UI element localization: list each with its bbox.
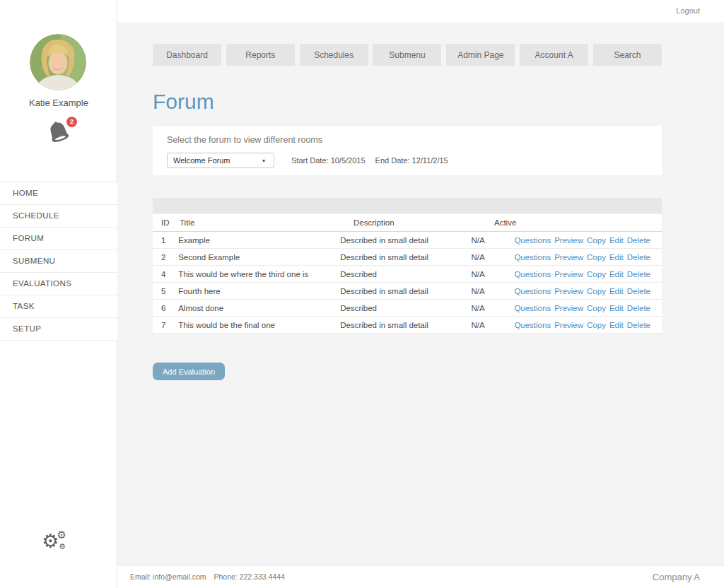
end-date-text: End Date: 12/11/2/15 [375, 156, 448, 165]
table-row: 4 This would be where the third one is D… [153, 266, 662, 283]
nav-button-submenu[interactable]: Submenu [373, 44, 441, 66]
cell-active: N/A [472, 236, 511, 245]
forum-table: ID Title Description Active 1 Example De… [153, 214, 662, 334]
delete-link[interactable]: Delete [627, 321, 650, 329]
add-evaluation-button[interactable]: Add Evaluation [153, 363, 225, 380]
sidebar-item-forum[interactable]: FORUM [0, 227, 117, 249]
cell-active: N/A [472, 287, 511, 295]
delete-link[interactable]: Delete [627, 270, 650, 278]
cell-title: Almost done [178, 304, 340, 312]
logout-link[interactable]: Logout [676, 6, 700, 15]
cell-description: Described in small detail [340, 236, 471, 245]
table-header-row: ID Title Description Active [153, 214, 662, 232]
cell-title: Second Example [178, 253, 340, 261]
table-row: 5 Fourth here Described in small detail … [153, 283, 662, 300]
nav-button-reports[interactable]: Reports [226, 44, 295, 66]
questions-link[interactable]: Questions [514, 236, 551, 245]
delete-link[interactable]: Delete [627, 236, 650, 245]
main-content: Dashboard Reports Schedules Submenu Admi… [117, 23, 724, 565]
edit-link[interactable]: Edit [609, 304, 624, 312]
copy-link[interactable]: Copy [587, 253, 606, 261]
nav-button-admin-page[interactable]: Admin Page [446, 44, 515, 66]
sidebar-item-submenu[interactable]: SUBMENU [0, 249, 117, 272]
preview-link[interactable]: Preview [554, 253, 583, 261]
topbar: Logout [117, 0, 724, 23]
cell-id: 6 [153, 304, 178, 312]
table-row: 6 Almost done Described N/A QuestionsPre… [153, 300, 662, 317]
copy-link[interactable]: Copy [587, 287, 606, 295]
edit-link[interactable]: Edit [609, 270, 624, 278]
nav-button-dashboard[interactable]: Dashboard [153, 44, 221, 66]
page-title: Forum [153, 90, 214, 114]
copy-link[interactable]: Copy [587, 236, 606, 245]
notification-badge: 2 [66, 117, 77, 127]
sidebar-item-schedule[interactable]: SCHEDULE [0, 204, 117, 227]
preview-link[interactable]: Preview [554, 321, 583, 329]
avatar [30, 34, 86, 90]
footer-contact: Email: info@email.com Phone: 222.333.444… [130, 572, 285, 581]
sidebar-item-setup[interactable]: SETUP [0, 317, 117, 341]
questions-link[interactable]: Questions [514, 287, 551, 295]
nav-button-schedules[interactable]: Schedules [300, 44, 368, 66]
header-active: Active [494, 218, 537, 227]
gear-icon-small: ⚙ [57, 529, 66, 541]
cell-id: 7 [153, 321, 178, 329]
cell-description: Described in small detail [340, 321, 471, 329]
nav-button-search[interactable]: Search [593, 44, 662, 66]
questions-link[interactable]: Questions [514, 304, 551, 312]
cell-active: N/A [472, 270, 511, 278]
footer-email: Email: info@email.com [130, 572, 206, 581]
cell-title: Fourth here [178, 287, 340, 295]
footer: Email: info@email.com Phone: 222.333.444… [117, 565, 724, 588]
row-actions: QuestionsPreviewCopyEditDelete [510, 321, 662, 329]
preview-link[interactable]: Preview [554, 270, 583, 278]
header-id: ID [153, 218, 180, 227]
sidebar-item-evaluations[interactable]: EVALUATIONS [0, 272, 117, 295]
cell-description: Described [340, 304, 471, 312]
settings-button[interactable]: ⚙⚙⚙ [0, 529, 117, 557]
cell-active: N/A [472, 304, 511, 312]
avatar-image [30, 34, 86, 90]
top-nav: Dashboard Reports Schedules Submenu Admi… [153, 44, 662, 66]
table-row: 7 This would be the final one Described … [153, 317, 662, 334]
cell-id: 1 [153, 236, 178, 245]
copy-link[interactable]: Copy [587, 321, 606, 329]
questions-link[interactable]: Questions [514, 253, 551, 261]
delete-link[interactable]: Delete [627, 287, 650, 295]
questions-link[interactable]: Questions [514, 270, 551, 278]
cell-description: Described in small detail [340, 253, 471, 261]
copy-link[interactable]: Copy [587, 270, 606, 278]
sidebar-item-home[interactable]: HOME [0, 182, 117, 204]
cell-description: Described [340, 270, 471, 278]
footer-phone: Phone: 222.333.4444 [214, 572, 284, 581]
footer-company: Company A [653, 572, 700, 582]
delete-link[interactable]: Delete [627, 304, 650, 312]
edit-link[interactable]: Edit [609, 253, 624, 261]
cell-description: Described in small detail [340, 287, 471, 295]
questions-link[interactable]: Questions [514, 321, 551, 329]
row-actions: QuestionsPreviewCopyEditDelete [510, 253, 662, 261]
preview-link[interactable]: Preview [554, 236, 583, 245]
cell-active: N/A [472, 321, 511, 329]
edit-link[interactable]: Edit [609, 321, 624, 329]
filter-controls: Welcome Forum ▾ Start Date: 10/5/2015 En… [167, 153, 648, 168]
sidebar-menu: HOME SCHEDULE FORUM SUBMENU EVALUATIONS … [0, 182, 117, 341]
sidebar-item-task[interactable]: TASK [0, 295, 117, 317]
cell-active: N/A [472, 253, 511, 261]
notifications-button[interactable]: 2 [45, 117, 76, 148]
preview-link[interactable]: Preview [554, 304, 583, 312]
start-date-text: Start Date: 10/5/2015 [291, 156, 366, 165]
cell-title: This would be where the third one is [178, 270, 340, 278]
nav-button-account-a[interactable]: Account A [520, 44, 588, 66]
preview-link[interactable]: Preview [554, 287, 583, 295]
edit-link[interactable]: Edit [609, 236, 624, 245]
copy-link[interactable]: Copy [587, 304, 606, 312]
forum-filter-panel: Select the forum to view different rooms… [153, 126, 662, 175]
row-actions: QuestionsPreviewCopyEditDelete [510, 270, 662, 278]
row-actions: QuestionsPreviewCopyEditDelete [510, 287, 662, 295]
edit-link[interactable]: Edit [609, 287, 624, 295]
forum-dropdown[interactable]: Welcome Forum ▾ [167, 153, 274, 168]
cell-id: 4 [153, 270, 178, 278]
delete-link[interactable]: Delete [627, 253, 650, 261]
row-actions: QuestionsPreviewCopyEditDelete [510, 236, 662, 245]
